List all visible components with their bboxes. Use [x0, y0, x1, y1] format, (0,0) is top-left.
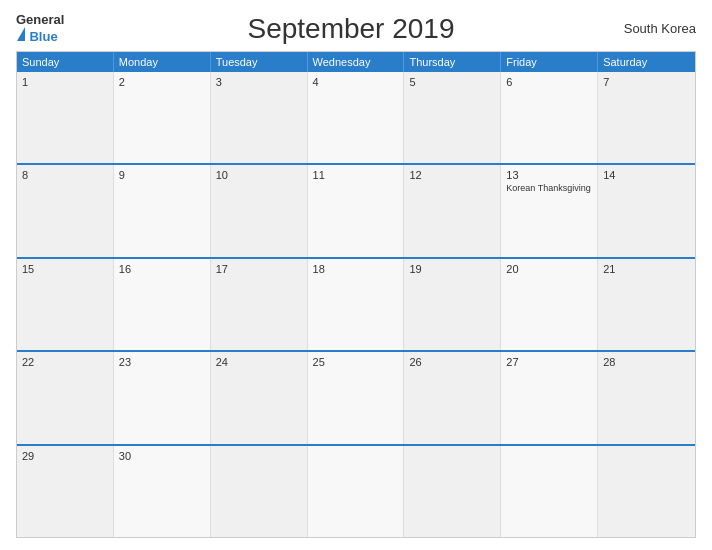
calendar-cell: 9 [114, 165, 211, 256]
weeks-container: 12345678910111213Korean Thanksgiving1415… [17, 72, 695, 537]
calendar-cell: 27 [501, 352, 598, 443]
cell-date-number: 24 [216, 356, 302, 368]
country-label: South Korea [616, 21, 696, 36]
cell-date-number: 1 [22, 76, 108, 88]
logo-general: General [16, 12, 86, 27]
cell-date-number: 9 [119, 169, 205, 181]
cell-date-number: 12 [409, 169, 495, 181]
week-row-1: 1234567 [17, 72, 695, 163]
calendar-cell: 25 [308, 352, 405, 443]
cell-date-number: 21 [603, 263, 690, 275]
days-header-row: SundayMondayTuesdayWednesdayThursdayFrid… [17, 52, 695, 72]
calendar-cell: 10 [211, 165, 308, 256]
cell-date-number: 27 [506, 356, 592, 368]
calendar-cell: 24 [211, 352, 308, 443]
cell-date-number: 13 [506, 169, 592, 181]
cell-date-number: 5 [409, 76, 495, 88]
day-header-wednesday: Wednesday [308, 52, 405, 72]
calendar-cell: 12 [404, 165, 501, 256]
day-header-friday: Friday [501, 52, 598, 72]
calendar-cell: 21 [598, 259, 695, 350]
calendar-cell: 28 [598, 352, 695, 443]
cell-date-number: 16 [119, 263, 205, 275]
cell-date-number: 3 [216, 76, 302, 88]
cell-date-number: 14 [603, 169, 690, 181]
cell-date-number: 7 [603, 76, 690, 88]
calendar-cell: 11 [308, 165, 405, 256]
week-row-2: 8910111213Korean Thanksgiving14 [17, 163, 695, 256]
cell-date-number: 22 [22, 356, 108, 368]
calendar-cell: 17 [211, 259, 308, 350]
calendar-cell [404, 446, 501, 537]
day-header-saturday: Saturday [598, 52, 695, 72]
calendar-cell [598, 446, 695, 537]
calendar-cell: 19 [404, 259, 501, 350]
cell-date-number: 23 [119, 356, 205, 368]
cell-date-number: 28 [603, 356, 690, 368]
calendar-cell: 4 [308, 72, 405, 163]
cell-date-number: 30 [119, 450, 205, 462]
calendar-cell: 5 [404, 72, 501, 163]
logo: General Blue [16, 12, 86, 45]
cell-date-number: 6 [506, 76, 592, 88]
calendar-cell: 1 [17, 72, 114, 163]
cell-date-number: 18 [313, 263, 399, 275]
calendar-cell [308, 446, 405, 537]
day-header-thursday: Thursday [404, 52, 501, 72]
calendar-cell: 13Korean Thanksgiving [501, 165, 598, 256]
cell-date-number: 17 [216, 263, 302, 275]
cell-date-number: 10 [216, 169, 302, 181]
calendar-cell [211, 446, 308, 537]
calendar-cell: 8 [17, 165, 114, 256]
calendar-cell: 6 [501, 72, 598, 163]
cell-date-number: 4 [313, 76, 399, 88]
calendar-cell: 7 [598, 72, 695, 163]
cell-date-number: 19 [409, 263, 495, 275]
day-header-monday: Monday [114, 52, 211, 72]
calendar-cell: 15 [17, 259, 114, 350]
day-header-sunday: Sunday [17, 52, 114, 72]
cell-date-number: 26 [409, 356, 495, 368]
calendar-cell: 30 [114, 446, 211, 537]
cell-date-number: 25 [313, 356, 399, 368]
calendar-cell: 14 [598, 165, 695, 256]
cell-date-number: 8 [22, 169, 108, 181]
day-header-tuesday: Tuesday [211, 52, 308, 72]
cell-date-number: 11 [313, 169, 399, 181]
cell-date-number: 2 [119, 76, 205, 88]
week-row-5: 2930 [17, 444, 695, 537]
cell-date-number: 29 [22, 450, 108, 462]
calendar-cell: 18 [308, 259, 405, 350]
header: General Blue September 2019 South Korea [16, 12, 696, 45]
cell-date-number: 20 [506, 263, 592, 275]
calendar-page: General Blue September 2019 South Korea … [0, 0, 712, 550]
calendar-cell: 26 [404, 352, 501, 443]
logo-blue: Blue [29, 29, 57, 44]
calendar-cell [501, 446, 598, 537]
logo-triangle-icon [17, 27, 25, 41]
calendar-cell: 29 [17, 446, 114, 537]
calendar-cell: 20 [501, 259, 598, 350]
week-row-4: 22232425262728 [17, 350, 695, 443]
calendar-cell: 2 [114, 72, 211, 163]
cell-date-number: 15 [22, 263, 108, 275]
calendar-cell: 22 [17, 352, 114, 443]
calendar-cell: 3 [211, 72, 308, 163]
cell-event-label: Korean Thanksgiving [506, 183, 592, 195]
calendar-cell: 23 [114, 352, 211, 443]
calendar-title: September 2019 [86, 13, 616, 45]
week-row-3: 15161718192021 [17, 257, 695, 350]
calendar-grid: SundayMondayTuesdayWednesdayThursdayFrid… [16, 51, 696, 538]
calendar-cell: 16 [114, 259, 211, 350]
